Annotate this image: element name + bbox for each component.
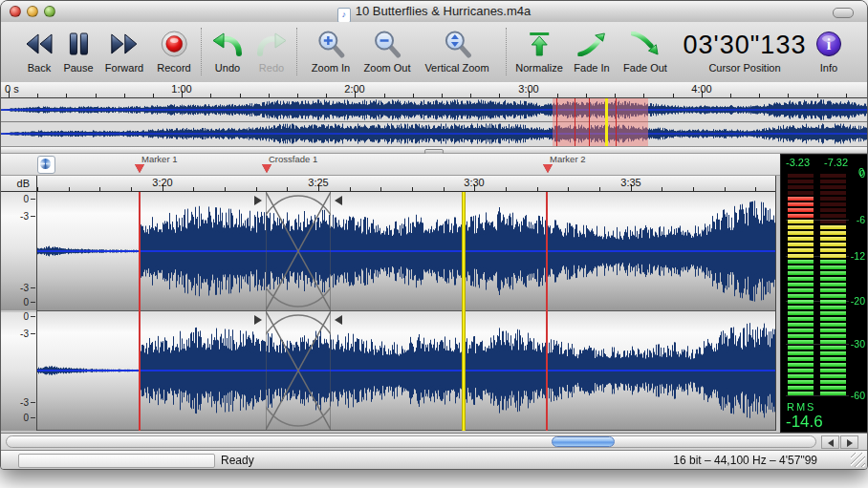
crossfade-region[interactable] <box>266 311 331 430</box>
scrollbar-thumb[interactable] <box>552 436 615 447</box>
zoom-out-button[interactable]: Zoom Out <box>364 26 411 74</box>
led-segment <box>820 386 846 390</box>
meter-bar-right <box>820 174 846 397</box>
playback-cursor-line[interactable] <box>462 192 466 431</box>
led-segment <box>820 248 846 252</box>
resize-grip[interactable] <box>851 453 865 467</box>
overview-cursor-line <box>605 98 608 146</box>
magnifier-plus-icon <box>312 26 350 62</box>
overview-channel-1[interactable] <box>1 98 867 121</box>
fade-out-button[interactable]: Fade Out <box>623 26 667 74</box>
led-segment <box>820 202 846 206</box>
title-bar[interactable]: ♪10 Butterflies & Hurricanes.m4a <box>1 1 867 23</box>
fade-in-button[interactable]: Fade In <box>574 26 609 74</box>
ruler-tick <box>37 94 38 97</box>
marker-triangle-icon[interactable] <box>543 164 553 173</box>
crossfade-right-handle-icon[interactable] <box>335 196 342 205</box>
ruler-tick <box>643 94 644 97</box>
db-tick <box>31 417 35 418</box>
waveform-canvas-1[interactable] <box>37 192 775 310</box>
scroll-left-button[interactable] <box>821 435 839 449</box>
waveform-canvas-2[interactable] <box>37 311 775 430</box>
led-segment <box>820 260 846 264</box>
ruler-tick <box>287 187 288 191</box>
horizontal-scrollbar[interactable] <box>1 433 867 450</box>
vertical-zoom-button[interactable]: Vertical Zoom <box>424 26 488 74</box>
track-icon[interactable] <box>37 156 55 174</box>
pause-button[interactable]: Pause <box>63 26 93 74</box>
led-segment <box>820 317 846 321</box>
led-segment <box>788 386 814 390</box>
led-segment <box>820 329 846 332</box>
led-segment <box>788 277 814 281</box>
crossfade-left-handle-icon[interactable] <box>254 196 262 205</box>
ruler-tick <box>225 187 226 191</box>
led-segment <box>788 243 814 246</box>
pause-icon <box>63 26 93 62</box>
progress-indicator <box>18 454 215 468</box>
ruler-tick <box>96 94 97 97</box>
scroll-right-button[interactable] <box>840 435 858 449</box>
ruler-tick <box>615 94 616 97</box>
overview-time-ruler[interactable]: 0 s1:002:003:004:00 <box>1 82 867 98</box>
led-segment <box>820 180 846 183</box>
peak-value-left: -3.23 <box>786 157 810 168</box>
waveform-editor[interactable]: 3:203:253:303:35 <box>37 176 776 431</box>
crossfade-left-handle-icon[interactable] <box>254 315 262 325</box>
meter-gridline <box>786 395 849 396</box>
meter-scale-label: 0 <box>859 168 865 180</box>
led-segment <box>788 283 814 286</box>
led-segment <box>788 306 814 309</box>
led-segment <box>788 351 814 355</box>
ruler-tick <box>380 187 381 191</box>
led-segment <box>820 283 846 286</box>
crossfade-region[interactable] <box>266 192 331 310</box>
marker-2-line <box>546 192 548 431</box>
marker-bar[interactable]: Marker 1Crossfade 1Marker 2 <box>1 154 780 176</box>
led-segment <box>788 369 814 372</box>
status-text: Ready <box>221 454 254 467</box>
crossfade-right-handle-icon[interactable] <box>335 315 342 325</box>
led-segment <box>820 357 846 361</box>
overview-channel-2[interactable] <box>1 122 867 145</box>
waveform-channel-2[interactable] <box>37 311 775 431</box>
marker-triangle-icon[interactable] <box>262 164 271 173</box>
record-button[interactable]: Record <box>157 26 190 74</box>
forward-button[interactable]: Forward <box>105 26 143 74</box>
main-ruler-label: 3:35 <box>620 177 640 188</box>
overview-selection-highlight[interactable] <box>553 98 648 146</box>
normalize-button[interactable]: Normalize <box>515 26 563 74</box>
ruler-tick <box>568 187 569 191</box>
toolbar-toggle-button[interactable] <box>833 8 854 18</box>
info-button[interactable]: i Info <box>815 26 842 74</box>
led-segment <box>788 202 814 206</box>
waveform-channel-1[interactable] <box>37 192 775 311</box>
zoom-in-button[interactable]: Zoom In <box>312 26 350 74</box>
led-segment <box>820 271 846 275</box>
back-button[interactable]: Back <box>24 26 54 74</box>
status-bar: Ready 16 bit – 44,100 Hz – 4'57"99 <box>1 450 867 469</box>
led-segment <box>820 191 846 195</box>
marker-triangle-icon[interactable] <box>135 164 144 173</box>
pane-splitter[interactable] <box>1 146 867 154</box>
db-unit-label: dB <box>17 178 30 189</box>
led-segment <box>820 323 846 327</box>
ruler-tick <box>846 94 847 97</box>
led-segment <box>788 208 814 212</box>
db-label: -3 <box>20 211 29 222</box>
ruler-tick <box>788 94 789 97</box>
led-segment <box>820 306 846 309</box>
redo-button[interactable]: Redo <box>255 26 288 74</box>
led-segment <box>788 334 814 338</box>
undo-button[interactable]: Undo <box>211 26 244 74</box>
ruler-tick <box>586 94 587 97</box>
ruler-tick <box>69 187 70 191</box>
record-icon <box>157 26 190 62</box>
ruler-tick <box>662 187 662 191</box>
level-meter: -3.23 -7.32 00-6-12-20-30-60RMS-14.6 <box>780 154 868 433</box>
scrollbar-track[interactable] <box>6 435 816 448</box>
led-segment <box>788 265 814 269</box>
main-time-ruler[interactable]: 3:203:253:303:35 <box>37 176 775 192</box>
overview-waveform[interactable] <box>1 98 867 146</box>
meter-scale-label: -60 <box>851 390 865 401</box>
